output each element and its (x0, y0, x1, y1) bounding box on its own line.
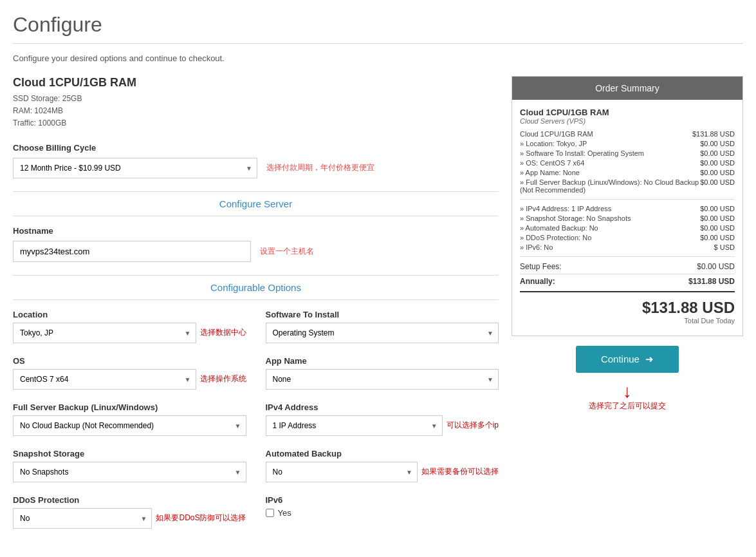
order-line-software: » Software To Install: Operating System … (520, 149, 735, 157)
continue-arrow-icon: ➜ (645, 354, 654, 364)
order-summary: Order Summary Cloud 1CPU/1GB RAM Cloud S… (512, 76, 743, 336)
configure-server-title: Configure Server (13, 191, 499, 216)
order-line-ipv4-amount: $0.00 USD (700, 205, 735, 212)
order-line-ddos-label: » DDoS Protection: No (520, 234, 700, 241)
snapshot-select[interactable]: No Snapshots (13, 462, 246, 482)
order-line-location-amount: $0.00 USD (700, 140, 735, 147)
order-line-software-label: » Software To Install: Operating System (520, 149, 700, 157)
automated-backup-annotation: 如果需要备份可以选择 (421, 466, 499, 477)
billing-cycle-select[interactable]: 12 Month Price - $10.99 USD (13, 158, 257, 178)
continue-button[interactable]: Continue ➜ (576, 346, 679, 373)
order-summary-body: Cloud 1CPU/1GB RAM Cloud Servers (VPS) C… (512, 100, 742, 335)
order-total-due-label: Total Due Today (520, 317, 735, 325)
left-panel: Cloud 1CPU/1GB RAM SSD Storage: 25GB RAM… (13, 76, 499, 532)
ddos-select[interactable]: No (13, 508, 152, 529)
order-line-base-amount: $131.88 USD (692, 130, 735, 138)
snapshot-label: Snapshot Storage (13, 449, 246, 458)
order-line-ipv6-label: » IPv6: No (520, 243, 714, 251)
software-select[interactable]: Operating System (266, 323, 499, 343)
order-line-backup-amount: $0.00 USD (700, 178, 735, 194)
options-grid: Location Tokyo, JP ▼ 选择数据中心 Software To … (13, 310, 499, 532)
annually-amount: $131.88 USD (688, 277, 735, 286)
setup-fees-amount: $0.00 USD (697, 262, 735, 271)
full-backup-group: Full Server Backup (Linux/Windows) No Cl… (13, 402, 246, 436)
order-line-app: » App Name: None $0.00 USD (520, 169, 735, 176)
order-line-snapshot: » Snapshot Storage: No Snapshots $0.00 U… (520, 214, 735, 222)
automated-backup-label: Automated Backup (266, 449, 499, 458)
continue-label: Continue (601, 354, 640, 364)
order-line-backup: » Full Server Backup (Linux/Windows): No… (520, 178, 735, 194)
location-annotation: 选择数据中心 (200, 327, 246, 338)
ipv6-checkbox[interactable] (266, 509, 274, 517)
ipv6-group: IPv6 Yes (266, 495, 499, 529)
order-line-os-label: » OS: CentOS 7 x64 (520, 159, 700, 167)
order-line-snapshot-label: » Snapshot Storage: No Snapshots (520, 214, 700, 222)
location-label: Location (13, 310, 246, 319)
ipv6-checkbox-label: Yes (278, 508, 291, 518)
red-arrow-icon: ↓ (623, 382, 632, 401)
order-total-amount: $131.88 USD (520, 299, 735, 317)
os-group: OS CentOS 7 x64 ▼ 选择操作系统 (13, 356, 246, 390)
order-line-software-amount: $0.00 USD (700, 149, 735, 157)
hostname-input[interactable] (13, 241, 251, 262)
order-line-location: » Location: Tokyo, JP $0.00 USD (520, 140, 735, 147)
os-select[interactable]: CentOS 7 x64 (13, 369, 196, 390)
ipv6-label: IPv6 (266, 495, 499, 505)
annually-label: Annually: (520, 277, 555, 286)
setup-fees-row: Setup Fees: $0.00 USD (520, 262, 735, 271)
full-backup-select[interactable]: No Cloud Backup (Not Recommended) (13, 415, 246, 436)
billing-section: Choose Billing Cycle 12 Month Price - $1… (13, 143, 499, 178)
setup-fees-label: Setup Fees: (520, 262, 562, 271)
order-divider-1 (520, 199, 735, 200)
ddos-annotation: 如果要DDoS防御可以选择 (156, 513, 246, 524)
continue-annotation-text: 选择完了之后可以提交 (589, 401, 666, 411)
app-name-select[interactable]: None (266, 369, 499, 390)
order-line-auto-backup-amount: $0.00 USD (700, 224, 735, 232)
right-panel: Order Summary Cloud 1CPU/1GB RAM Cloud S… (512, 76, 743, 532)
location-group: Location Tokyo, JP ▼ 选择数据中心 (13, 310, 246, 343)
app-name-label: App Name (266, 356, 499, 366)
page-title: Configure (13, 13, 743, 44)
hostname-section: Hostname 设置一个主机名 (13, 226, 499, 262)
order-line-ipv6: » IPv6: No $ USD (520, 243, 735, 251)
ddos-group: DDoS Protection No ▼ 如果要DDoS防御可以选择 (13, 495, 246, 529)
order-line-ipv6-amount: $ USD (714, 243, 735, 251)
automated-backup-select[interactable]: No (266, 462, 418, 482)
order-line-app-amount: $0.00 USD (700, 169, 735, 176)
automated-backup-group: Automated Backup No ▼ 如果需要备份可以选择 (266, 449, 499, 482)
ipv4-label: IPv4 Address (266, 402, 499, 412)
app-name-group: App Name None ▼ (266, 356, 499, 390)
order-line-ddos-amount: $0.00 USD (700, 234, 735, 241)
order-line-base-label: Cloud 1CPU/1GB RAM (520, 130, 692, 138)
order-line-location-label: » Location: Tokyo, JP (520, 140, 700, 147)
order-product-title: Cloud 1CPU/1GB RAM (520, 108, 735, 117)
billing-annotation: 选择付款周期，年付价格更便宜 (266, 162, 374, 173)
ipv4-select[interactable]: 1 IP Address (266, 415, 443, 436)
product-specs: SSD Storage: 25GB RAM: 1024MB Traffic: 1… (13, 93, 499, 130)
location-select[interactable]: Tokyo, JP (13, 323, 196, 343)
ipv6-checkbox-row: Yes (266, 508, 499, 518)
order-line-ipv4-label: » IPv4 Address: 1 IP Address (520, 205, 700, 212)
hostname-annotation: 设置一个主机名 (260, 246, 314, 257)
configurable-options-title: Configurable Options (13, 275, 499, 300)
product-name: Cloud 1CPU/1GB RAM (13, 76, 499, 90)
ipv4-annotation: 可以选择多个ip (447, 420, 499, 431)
billing-label: Choose Billing Cycle (13, 143, 499, 153)
snapshot-group: Snapshot Storage No Snapshots ▼ (13, 449, 246, 482)
os-annotation: 选择操作系统 (200, 373, 246, 384)
page-subtitle: Configure your desired options and conti… (13, 53, 743, 63)
order-line-base: Cloud 1CPU/1GB RAM $131.88 USD (520, 130, 735, 138)
full-backup-label: Full Server Backup (Linux/Windows) (13, 402, 246, 412)
os-label: OS (13, 356, 246, 366)
order-product-subtitle: Cloud Servers (VPS) (520, 117, 735, 125)
order-line-auto-backup-label: » Automated Backup: No (520, 224, 700, 232)
order-divider-2 (520, 256, 735, 257)
order-line-backup-label: » Full Server Backup (Linux/Windows): No… (520, 178, 700, 194)
order-line-auto-backup: » Automated Backup: No $0.00 USD (520, 224, 735, 232)
order-line-os: » OS: CentOS 7 x64 $0.00 USD (520, 159, 735, 167)
ddos-label: DDoS Protection (13, 495, 246, 505)
order-line-app-label: » App Name: None (520, 169, 700, 176)
software-label: Software To Install (266, 310, 499, 319)
continue-annotation-area: ↓ 选择完了之后可以提交 (512, 382, 743, 411)
hostname-label: Hostname (13, 226, 499, 236)
